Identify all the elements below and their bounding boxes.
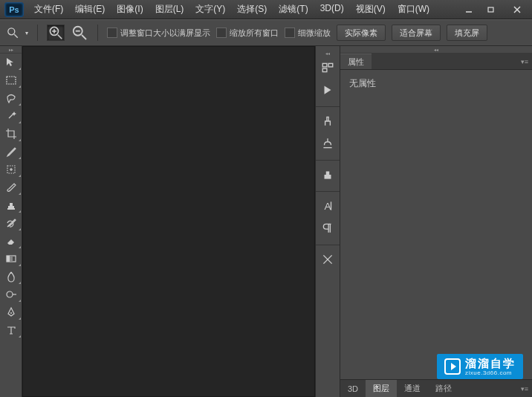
- menu-image[interactable]: 图像(I): [111, 0, 149, 19]
- panel-tab-bar: 属性 ▾≡: [340, 54, 532, 70]
- properties-panel-body: 无属性: [340, 70, 532, 379]
- watermark-text: 溜溜自学: [465, 358, 516, 369]
- magic-wand-tool[interactable]: [0, 107, 22, 125]
- eraser-tool[interactable]: [0, 232, 22, 250]
- no-properties-label: 无属性: [349, 78, 376, 88]
- panel-menu-button[interactable]: ▾≡: [517, 54, 532, 69]
- app-logo: Ps: [4, 2, 24, 17]
- tools-panel: ▸▸: [0, 46, 22, 397]
- svg-point-22: [7, 291, 13, 297]
- gradient-tool[interactable]: [0, 250, 22, 268]
- move-tool[interactable]: [0, 54, 22, 71]
- zoom-tool-icon[interactable]: [6, 26, 19, 39]
- blur-tool[interactable]: [0, 268, 22, 285]
- crop-tool[interactable]: [0, 125, 22, 143]
- eyedropper-tool[interactable]: [0, 143, 22, 161]
- play-icon: [444, 358, 461, 375]
- svg-rect-30: [326, 172, 330, 175]
- svg-rect-20: [7, 256, 10, 262]
- watermark-badge: 溜溜自学 zixue.3d66.com: [437, 354, 523, 379]
- svg-rect-25: [322, 63, 327, 67]
- lasso-tool[interactable]: [0, 89, 22, 107]
- svg-rect-18: [7, 208, 15, 210]
- history-panel-icon[interactable]: [316, 57, 340, 79]
- svg-rect-1: [488, 7, 493, 12]
- svg-rect-26: [328, 63, 333, 67]
- menu-filter[interactable]: 滤镜(T): [273, 0, 314, 19]
- window-controls: [458, 0, 532, 19]
- paragraph-panel-icon[interactable]: [316, 217, 340, 239]
- dodge-tool[interactable]: [0, 285, 22, 303]
- right-dock: ◂◂ A ◂◂ 属性 ▾≡ 无属性 3D 图层: [315, 46, 532, 397]
- panel-expand-handle[interactable]: ◂◂: [316, 49, 340, 57]
- title-bar: Ps 文件(F) 编辑(E) 图像(I) 图层(L) 文字(Y) 选择(S) 滤…: [0, 0, 532, 19]
- healing-brush-tool[interactable]: [0, 161, 22, 178]
- brush-panel-icon[interactable]: [316, 110, 340, 132]
- menu-select[interactable]: 选择(S): [231, 0, 273, 19]
- minimize-button[interactable]: [458, 0, 480, 19]
- menu-layer[interactable]: 图层(L): [149, 0, 190, 19]
- fill-screen-button[interactable]: 填充屏: [447, 25, 487, 41]
- tool-presets-panel-icon[interactable]: [316, 248, 340, 271]
- menu-type[interactable]: 文字(Y): [189, 0, 231, 19]
- panel-separator: [316, 239, 340, 245]
- menu-edit[interactable]: 编辑(E): [69, 0, 111, 19]
- zoom-out-button[interactable]: [71, 25, 88, 41]
- menu-window[interactable]: 窗口(W): [392, 0, 435, 19]
- tab-channels[interactable]: 通道: [397, 380, 428, 397]
- tab-paths[interactable]: 路径: [428, 380, 459, 397]
- type-tool[interactable]: [0, 321, 22, 339]
- brush-presets-panel-icon[interactable]: [316, 132, 340, 155]
- restore-button[interactable]: [480, 0, 502, 19]
- marquee-tool[interactable]: [0, 71, 22, 89]
- svg-point-4: [8, 28, 15, 35]
- panel-separator: [316, 186, 340, 192]
- canvas-area[interactable]: [22, 46, 315, 397]
- bottom-panel-menu-button[interactable]: ▾≡: [517, 380, 532, 397]
- panel-separator: [316, 155, 340, 161]
- pen-tool[interactable]: [0, 303, 22, 321]
- svg-text:A: A: [325, 201, 331, 212]
- tab-layers[interactable]: 图层: [366, 380, 397, 397]
- scrubby-zoom-checkbox[interactable]: 细微缩放: [285, 28, 331, 39]
- panel-collapse-handle[interactable]: ◂◂: [340, 46, 532, 54]
- dropdown-arrow-icon[interactable]: ▾: [25, 30, 28, 36]
- svg-rect-29: [325, 175, 331, 179]
- close-button[interactable]: [502, 0, 532, 19]
- fit-screen-button[interactable]: 适合屏幕: [392, 25, 441, 41]
- svg-line-5: [14, 34, 18, 38]
- svg-line-7: [58, 35, 62, 39]
- character-panel-icon[interactable]: A: [316, 195, 340, 217]
- brush-tool[interactable]: [0, 178, 22, 196]
- svg-line-11: [82, 35, 86, 39]
- bottom-panel-tabs: 3D 图层 通道 路径 ▾≡: [340, 379, 532, 397]
- menu-file[interactable]: 文件(F): [28, 0, 69, 19]
- svg-rect-21: [10, 256, 13, 262]
- clone-stamp-tool[interactable]: [0, 196, 22, 214]
- zoom-in-button[interactable]: [47, 25, 65, 41]
- zoom-all-checkbox[interactable]: 缩放所有窗口: [216, 28, 279, 39]
- svg-rect-27: [322, 68, 327, 72]
- svg-rect-13: [7, 77, 16, 84]
- actual-pixels-button[interactable]: 实际像素: [337, 25, 386, 41]
- workspace: ▸▸ ◂◂ A: [0, 46, 532, 397]
- separator: [97, 25, 98, 41]
- clone-source-panel-icon[interactable]: [316, 164, 340, 186]
- resize-fit-checkbox[interactable]: 调整窗口大小以满屏显示: [107, 28, 210, 39]
- actions-panel-icon[interactable]: [316, 79, 340, 101]
- tab-3d[interactable]: 3D: [340, 380, 366, 397]
- zoom-all-label: 缩放所有窗口: [230, 28, 279, 39]
- scrubby-zoom-label: 细微缩放: [298, 28, 331, 39]
- watermark-url: zixue.3d66.com: [465, 370, 516, 376]
- tools-expand-handle[interactable]: ▸▸: [0, 46, 22, 54]
- history-brush-tool[interactable]: [0, 214, 22, 232]
- properties-panel-group: ◂◂ 属性 ▾≡ 无属性 3D 图层 通道 路径 ▾≡: [340, 46, 532, 397]
- menu-view[interactable]: 视图(V): [350, 0, 392, 19]
- resize-fit-label: 调整窗口大小以满屏显示: [120, 28, 210, 39]
- checkbox-icon: [285, 28, 295, 38]
- collapsed-panels: ◂◂ A: [315, 46, 340, 397]
- menu-3d[interactable]: 3D(D): [314, 0, 350, 19]
- checkbox-icon: [107, 28, 117, 38]
- checkbox-icon: [216, 28, 227, 38]
- properties-tab[interactable]: 属性: [340, 54, 372, 69]
